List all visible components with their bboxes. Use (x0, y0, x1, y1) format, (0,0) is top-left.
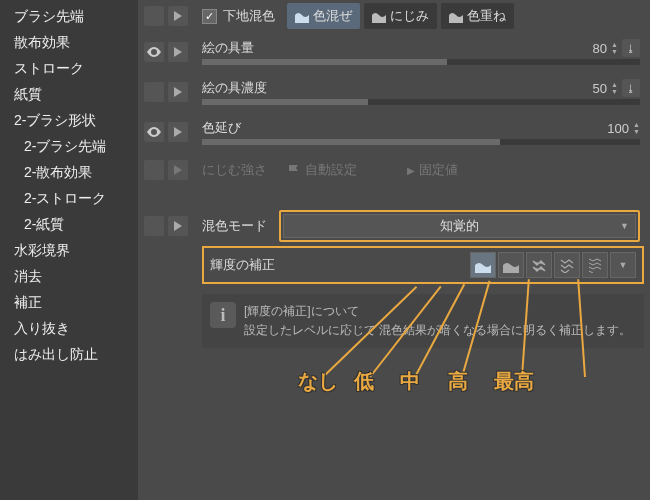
bleed-strength-label: にじむ強さ (202, 161, 267, 179)
paint-density-slider[interactable] (202, 99, 640, 105)
fixed-value-button: ▶ 固定値 (399, 157, 466, 183)
luminance-label: 輝度の補正 (210, 256, 468, 274)
row-indicator (144, 160, 164, 180)
mode-label: 色重ね (467, 7, 506, 25)
info-title: [輝度の補正]について (244, 302, 631, 321)
sidebar-item-erase[interactable]: 消去 (0, 264, 138, 290)
sidebar-item-brushtip2[interactable]: 2-ブラシ先端 (0, 134, 138, 160)
chevron-down-icon: ▼ (620, 221, 629, 231)
row-expand[interactable] (168, 216, 188, 236)
value-spinner[interactable]: ▲▼ (633, 121, 640, 135)
main-panel: ✓ 下地混色 色混ぜ にじみ 色重ね 絵の具量 (138, 0, 650, 348)
visibility-toggle[interactable] (144, 42, 164, 62)
play-icon: ▶ (407, 165, 415, 176)
annotation-mid: 中 (400, 368, 420, 395)
download-icon[interactable]: ⭳ (622, 79, 640, 97)
info-icon: i (210, 302, 236, 328)
lum-none-button[interactable] (470, 252, 496, 278)
row-expand (168, 160, 188, 180)
expand-icon (174, 11, 182, 21)
mode-colormix-button[interactable]: 色混ぜ (287, 3, 360, 29)
sidebar-item-scatter2[interactable]: 2-散布効果 (0, 160, 138, 186)
color-spread-value: 100 (607, 121, 629, 136)
level-low-icon (503, 257, 519, 273)
bleed-icon (372, 9, 386, 23)
info-body: 設定したレベルに応じて 混色結果が暗くなる場合に明るく補正します。 (244, 321, 631, 340)
mix-mode-label: 混色モード (202, 217, 267, 235)
base-mix-checkbox[interactable]: ✓ (202, 9, 217, 24)
level-none-icon (475, 257, 491, 273)
chevron-down-icon: ▼ (619, 260, 628, 270)
row-indicator[interactable] (144, 216, 164, 236)
expand-icon (174, 221, 182, 231)
lum-low-button[interactable] (498, 252, 524, 278)
annotation-high: 高 (448, 368, 468, 395)
expand-icon (174, 165, 182, 175)
row-indicator[interactable] (144, 6, 164, 26)
auto-set-button: 自動設定 (279, 157, 365, 183)
annotation-none: なし (298, 368, 338, 395)
visibility-toggle[interactable] (144, 122, 164, 142)
annotation-low: 低 (354, 368, 374, 395)
check-icon: ✓ (205, 10, 214, 23)
mode-label: 色混ぜ (313, 7, 352, 25)
sidebar-item-scatter[interactable]: 散布効果 (0, 30, 138, 56)
flag-icon (287, 163, 301, 177)
row-expand[interactable] (168, 42, 188, 62)
sidebar-item-stroke2[interactable]: 2-ストローク (0, 186, 138, 212)
mix-mode-dropdown[interactable]: 知覚的 ▼ (283, 214, 636, 238)
row-expand[interactable] (168, 122, 188, 142)
blend-icon (295, 9, 309, 23)
lum-mid-button[interactable] (526, 252, 552, 278)
sidebar: ブラシ先端 散布効果 ストローク 紙質 2-ブラシ形状 2-ブラシ先端 2-散布… (0, 0, 138, 500)
sidebar-item-correction[interactable]: 補正 (0, 290, 138, 316)
sidebar-item-stroke[interactable]: ストローク (0, 56, 138, 82)
mode-label: にじみ (390, 7, 429, 25)
sidebar-item-overflow[interactable]: はみ出し防止 (0, 342, 138, 368)
sidebar-item-inout[interactable]: 入り抜き (0, 316, 138, 342)
value-spinner[interactable]: ▲▼ (611, 41, 618, 55)
level-high-icon (559, 257, 575, 273)
color-spread-slider[interactable] (202, 139, 640, 145)
mix-mode-highlight: 知覚的 ▼ (279, 210, 640, 242)
sidebar-item-paper2[interactable]: 2-紙質 (0, 212, 138, 238)
lum-max-button[interactable] (582, 252, 608, 278)
paint-density-value: 50 (593, 81, 607, 96)
eye-icon (146, 124, 162, 140)
paint-amount-label: 絵の具量 (202, 39, 254, 57)
row-expand[interactable] (168, 82, 188, 102)
paint-density-label: 絵の具濃度 (202, 79, 267, 97)
paint-amount-value: 80 (593, 41, 607, 56)
luminance-highlight: 輝度の補正 ▼ (202, 246, 644, 284)
base-mix-label: 下地混色 (223, 7, 275, 25)
mode-overlay-button[interactable]: 色重ね (441, 3, 514, 29)
sidebar-item-paper[interactable]: 紙質 (0, 82, 138, 108)
level-max-icon (587, 257, 603, 273)
lum-dropdown[interactable]: ▼ (610, 252, 636, 278)
color-spread-label: 色延び (202, 119, 241, 137)
expand-icon (174, 87, 182, 97)
info-panel: i [輝度の補正]について 設定したレベルに応じて 混色結果が暗くなる場合に明る… (202, 294, 644, 348)
row-expand[interactable] (168, 6, 188, 26)
sidebar-item-wateredge[interactable]: 水彩境界 (0, 238, 138, 264)
download-icon[interactable]: ⭳ (622, 39, 640, 57)
paint-amount-slider[interactable] (202, 59, 640, 65)
sidebar-item-brushshape2[interactable]: 2-ブラシ形状 (0, 108, 138, 134)
value-spinner[interactable]: ▲▼ (611, 81, 618, 95)
lum-high-button[interactable] (554, 252, 580, 278)
mode-bleed-button[interactable]: にじみ (364, 3, 437, 29)
annotation-max: 最高 (494, 368, 534, 395)
row-indicator[interactable] (144, 82, 164, 102)
eye-icon (146, 44, 162, 60)
expand-icon (174, 127, 182, 137)
expand-icon (174, 47, 182, 57)
overlay-icon (449, 9, 463, 23)
mix-mode-value: 知覚的 (440, 217, 479, 235)
level-mid-icon (531, 257, 547, 273)
sidebar-item-brushtip[interactable]: ブラシ先端 (0, 4, 138, 30)
